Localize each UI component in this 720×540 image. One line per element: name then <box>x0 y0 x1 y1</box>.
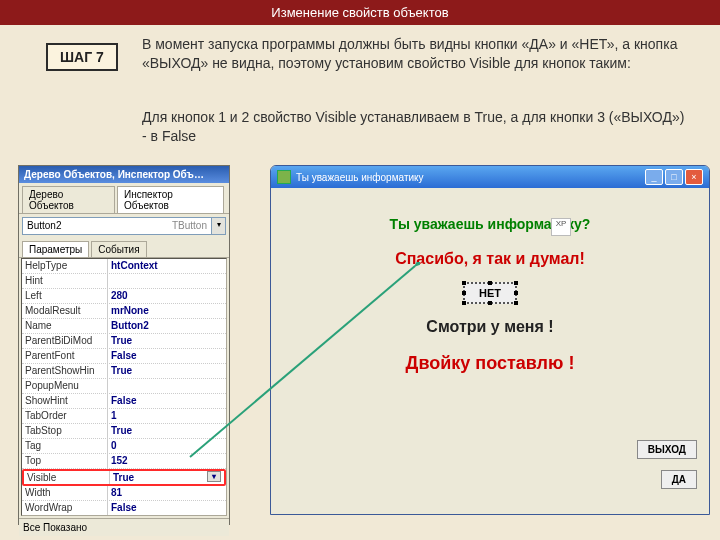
property-row-left[interactable]: Left280 <box>22 289 226 304</box>
object-inspector-panel: Дерево Объектов, Инспектор Объ… Дерево О… <box>18 165 230 525</box>
property-name: TabStop <box>22 424 108 438</box>
property-row-parentbidimod[interactable]: ParentBiDiModTrue <box>22 334 226 349</box>
property-value[interactable]: True <box>108 424 226 438</box>
xp-manifest-icon: XP <box>551 218 571 236</box>
step-label: ШАГ 7 <box>60 49 104 65</box>
yes-button-label: ДА <box>672 474 686 485</box>
property-name: Hint <box>22 274 108 288</box>
object-selector[interactable]: Button2 TButton ▾ <box>22 217 226 235</box>
property-row-helptype[interactable]: HelpTypehtContext <box>22 259 226 274</box>
property-name: Visible <box>24 471 110 484</box>
maximize-button[interactable]: □ <box>665 169 683 185</box>
property-value[interactable]: Button2 <box>108 319 226 333</box>
property-row-visible[interactable]: VisibleTrue <box>22 469 226 486</box>
property-row-parentshowhin[interactable]: ParentShowHinTrue <box>22 364 226 379</box>
selected-object-type: TButton <box>168 218 211 234</box>
thanks-label: Спасибо, я так и думал! <box>271 250 709 268</box>
inspector-status: Все Показано <box>19 518 229 536</box>
minimize-button[interactable]: _ <box>645 169 663 185</box>
property-name: Left <box>22 289 108 303</box>
close-button[interactable]: × <box>685 169 703 185</box>
property-value[interactable] <box>108 379 226 393</box>
property-value[interactable]: False <box>108 349 226 363</box>
property-name: Width <box>22 486 108 500</box>
selected-object-name: Button2 <box>23 218 168 234</box>
yes-button[interactable]: ДА <box>661 470 697 489</box>
property-value[interactable]: 0 <box>108 439 226 453</box>
property-row-width[interactable]: Width81 <box>22 486 226 501</box>
property-value[interactable]: 280 <box>108 289 226 303</box>
property-row-popupmenu[interactable]: PopupMenu <box>22 379 226 394</box>
property-name: WordWrap <box>22 501 108 515</box>
titlebar[interactable]: Ты уважаешь информатику _ □ × <box>271 166 709 188</box>
property-row-hint[interactable]: Hint <box>22 274 226 289</box>
page-header: Изменение свойств объектов <box>0 0 720 25</box>
exit-button[interactable]: ВЫХОД <box>637 440 697 459</box>
property-name: PopupMenu <box>22 379 108 393</box>
property-value[interactable]: False <box>108 394 226 408</box>
exit-button-label: ВЫХОД <box>648 444 686 455</box>
property-name: Tag <box>22 439 108 453</box>
property-row-showhint[interactable]: ShowHintFalse <box>22 394 226 409</box>
property-row-tag[interactable]: Tag0 <box>22 439 226 454</box>
property-row-taborder[interactable]: TabOrder1 <box>22 409 226 424</box>
tab-events[interactable]: События <box>91 241 146 257</box>
property-value[interactable]: htContext <box>108 259 226 273</box>
property-row-tabstop[interactable]: TabStopTrue <box>22 424 226 439</box>
app-window: Ты уважаешь информатику _ □ × Ты уважаеш… <box>270 165 710 515</box>
property-grid[interactable]: HelpTypehtContextHintLeft280ModalResultm… <box>21 258 227 516</box>
inspector-top-tabs: Дерево Объектов Инспектор Объектов <box>19 183 229 214</box>
property-value[interactable]: True <box>108 334 226 348</box>
tab-inspector[interactable]: Инспектор Объектов <box>117 186 224 213</box>
property-name: Top <box>22 454 108 468</box>
dropdown-icon[interactable]: ▾ <box>211 218 225 234</box>
tab-object-tree[interactable]: Дерево Объектов <box>22 186 115 213</box>
inspector-title[interactable]: Дерево Объектов, Инспектор Объ… <box>19 166 229 183</box>
app-icon <box>277 170 291 184</box>
app-title: Ты уважаешь информатику <box>296 172 424 183</box>
inspector-sub-tabs: Параметры События <box>19 238 229 258</box>
property-value[interactable]: 152 <box>108 454 226 468</box>
property-name: ModalResult <box>22 304 108 318</box>
property-value[interactable]: 81 <box>108 486 226 500</box>
property-name: ShowHint <box>22 394 108 408</box>
property-value[interactable]: True <box>108 364 226 378</box>
question-label: Ты уважаешь информатику? <box>271 216 709 232</box>
step-badge: ШАГ 7 <box>46 43 118 71</box>
paragraph-1: В момент запуска программы должны быть в… <box>142 35 692 73</box>
property-name: ParentBiDiMod <box>22 334 108 348</box>
page-title: Изменение свойств объектов <box>271 5 448 20</box>
fail-label: Двойку поставлю ! <box>271 353 709 374</box>
look-label: Смотри у меня ! <box>271 318 709 336</box>
no-button[interactable]: НЕТ <box>463 282 517 304</box>
no-button-label: НЕТ <box>479 287 501 299</box>
property-row-top[interactable]: Top152 <box>22 454 226 469</box>
property-value[interactable] <box>108 274 226 288</box>
property-value[interactable]: True <box>110 471 224 484</box>
property-row-name[interactable]: NameButton2 <box>22 319 226 334</box>
property-name: Name <box>22 319 108 333</box>
app-body: Ты уважаешь информатику? XP Спасибо, я т… <box>271 188 709 514</box>
property-row-wordwrap[interactable]: WordWrapFalse <box>22 501 226 516</box>
property-name: TabOrder <box>22 409 108 423</box>
property-name: ParentShowHin <box>22 364 108 378</box>
property-value[interactable]: 1 <box>108 409 226 423</box>
property-value[interactable]: mrNone <box>108 304 226 318</box>
paragraph-2: Для кнопок 1 и 2 свойство Visible устана… <box>142 108 692 146</box>
property-name: HelpType <box>22 259 108 273</box>
tab-properties[interactable]: Параметры <box>22 241 89 257</box>
property-row-parentfont[interactable]: ParentFontFalse <box>22 349 226 364</box>
property-row-modalresult[interactable]: ModalResultmrNone <box>22 304 226 319</box>
property-value[interactable]: False <box>108 501 226 515</box>
property-name: ParentFont <box>22 349 108 363</box>
